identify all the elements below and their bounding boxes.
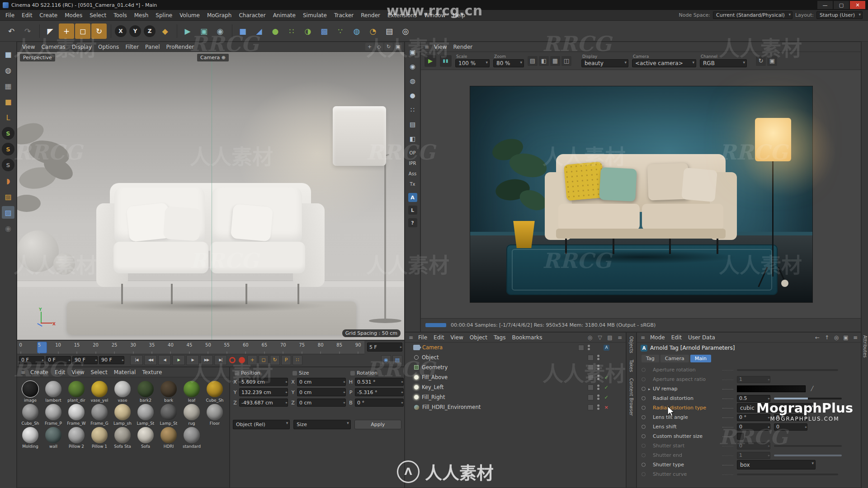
visibility-dots[interactable] (597, 355, 599, 360)
toolbar-icon[interactable]: ▶ (180, 23, 195, 39)
timeline-right-icon[interactable]: ◉ (381, 355, 391, 365)
camera-label[interactable]: Camera ⊕ (197, 54, 229, 61)
frame-range-field[interactable]: 0 F (19, 356, 44, 364)
object-mode-select[interactable]: Object (Rel) (233, 420, 290, 429)
material-item[interactable]: Frame_W (66, 404, 87, 426)
toolbar-icon[interactable]: ▤ (382, 23, 397, 39)
toolbar-icon[interactable]: ◍ (349, 23, 364, 39)
property-value-field[interactable]: 0 (737, 423, 770, 431)
menu-item[interactable]: Spline (152, 12, 176, 19)
toolbar-icon[interactable]: ↶ (4, 23, 19, 39)
attribute-toolbar-icon[interactable]: ← (814, 334, 821, 341)
toolbar-icon[interactable]: Z (144, 25, 156, 37)
position-input[interactable]: 5.609 cm (239, 378, 288, 386)
object-row[interactable]: Camera A (405, 343, 626, 352)
material-item[interactable]: Cube_Sh (20, 404, 41, 426)
close-button[interactable]: ✕ (850, 1, 865, 9)
palette-icon[interactable]: ▨ (2, 206, 14, 219)
palette-icon[interactable]: L (2, 111, 14, 124)
property-value-field[interactable]: 0.5 (737, 395, 770, 402)
size-input[interactable]: 0 cm (297, 388, 346, 396)
menu-item[interactable]: Modes (61, 12, 86, 19)
object-menu-item[interactable]: Tags (491, 334, 509, 341)
viewport-nav-icon[interactable]: ◇ (375, 43, 383, 51)
menu-item[interactable]: Tracker (330, 12, 357, 19)
anim-dot-icon[interactable] (642, 368, 646, 372)
viewport-nav-icon[interactable]: + (365, 43, 374, 51)
property-row[interactable]: Shutter curve (640, 469, 858, 479)
arnold-badge[interactable]: L (408, 206, 417, 215)
toolbar-icon[interactable]: ↷ (20, 23, 35, 39)
menu-item[interactable]: Simulate (299, 12, 330, 19)
timeline-ruler[interactable]: 051015202530354045505560657075808590 (17, 341, 364, 354)
timeline-right-icon[interactable]: ▤ (392, 355, 402, 365)
arnold-icon[interactable]: ◉ (407, 61, 418, 72)
keyframe-toggle[interactable]: P (281, 355, 291, 365)
arnold-text-button[interactable]: IPR (409, 161, 416, 166)
object-row[interactable]: Fill_HDRI_Environment × (405, 402, 626, 412)
menu-item[interactable]: Animate (269, 12, 299, 19)
render-right-icon[interactable]: ▣ (767, 56, 777, 66)
arnold-badge[interactable]: A (408, 193, 417, 202)
palette-icon[interactable]: ◗ (2, 174, 14, 187)
enable-toggle[interactable] (578, 345, 584, 351)
attributes-dock-tab[interactable]: Attributes (863, 335, 868, 357)
keyframe-toggle[interactable]: ◻ (259, 355, 269, 365)
property-slider[interactable] (737, 474, 838, 475)
material-menu-item[interactable]: Create (27, 369, 52, 375)
anim-dot-icon[interactable] (642, 463, 646, 467)
attribute-menu-item[interactable]: Edit (668, 334, 685, 341)
material-item[interactable]: image (20, 381, 41, 403)
object-menu-item[interactable]: File (415, 334, 430, 341)
property-value-field[interactable]: 1 (737, 452, 770, 459)
keyframe-toggle[interactable]: + (247, 355, 257, 365)
visibility-dots[interactable] (597, 385, 599, 390)
toolbar-icon[interactable]: ∵ (333, 23, 348, 39)
attribute-toolbar-icon[interactable]: ◎ (833, 334, 840, 341)
object-row[interactable]: Key_Left ✓ (405, 382, 626, 392)
object-manager-icon[interactable]: ≡ (616, 334, 624, 341)
property-dropdown[interactable]: cubic (737, 403, 816, 413)
property-row[interactable]: Shutter start 0 0 (640, 441, 858, 450)
side-tab[interactable]: Takes (629, 360, 634, 372)
menu-item[interactable]: Window (420, 12, 449, 19)
position-input[interactable]: -493.687 cm (239, 399, 288, 407)
keyframe-toggle[interactable]: ↻ (270, 355, 280, 365)
viewport-menu-item[interactable]: View (19, 44, 38, 50)
panel-menu-icon[interactable]: ≡ (19, 369, 27, 376)
property-checkbox[interactable] (737, 433, 744, 440)
material-item[interactable]: Frame_G (89, 404, 110, 426)
arnold-text-button[interactable]: Ass (409, 171, 416, 176)
viewport-menu-item[interactable]: Filter (122, 44, 142, 50)
menu-item[interactable]: Character (235, 12, 269, 19)
material-item[interactable]: wall (43, 427, 64, 449)
palette-icon[interactable]: ◉ (2, 222, 14, 235)
toolbar-icon[interactable]: ◔ (365, 23, 381, 39)
attribute-toolbar-icon[interactable]: ↑ (823, 334, 830, 341)
size-input[interactable]: 0 cm (297, 378, 346, 386)
anim-dot-icon[interactable] (642, 415, 646, 419)
menu-item[interactable]: Volume (176, 12, 203, 19)
render-play-button[interactable]: ▶ (425, 55, 436, 67)
transport-button[interactable]: ▶▶ (200, 355, 213, 365)
render-tool-icon[interactable]: ◧ (539, 56, 549, 66)
object-menu-item[interactable]: Bookmarks (509, 334, 546, 341)
side-tab[interactable]: Content Browser (629, 378, 634, 416)
viewport-canvas[interactable]: Perspective Camera ⊕ Grid Spacing : 50 c… (17, 52, 404, 340)
viewport-menu-item[interactable]: ProRender (163, 44, 197, 50)
toolbar-icon[interactable] (229, 24, 232, 38)
palette-icon[interactable]: ▦ (2, 80, 14, 92)
material-item[interactable]: Lamp_sh (112, 404, 133, 426)
transport-button[interactable]: ▶ (186, 355, 199, 365)
property-row[interactable]: Aperture rotation (640, 365, 858, 375)
property-slider[interactable] (774, 398, 842, 399)
toolbar-icon[interactable]: ◆ (157, 23, 173, 39)
render-canvas[interactable] (421, 70, 861, 318)
palette-icon[interactable]: ■ (2, 95, 14, 108)
material-item[interactable]: bark (158, 381, 179, 403)
position-input[interactable]: 132.239 cm (239, 388, 288, 396)
material-menu-item[interactable]: Texture (139, 369, 165, 375)
material-menu-item[interactable]: Select (88, 369, 111, 375)
transport-button[interactable]: |◀ (130, 355, 143, 365)
arnold-icon[interactable]: ◧ (407, 133, 418, 144)
